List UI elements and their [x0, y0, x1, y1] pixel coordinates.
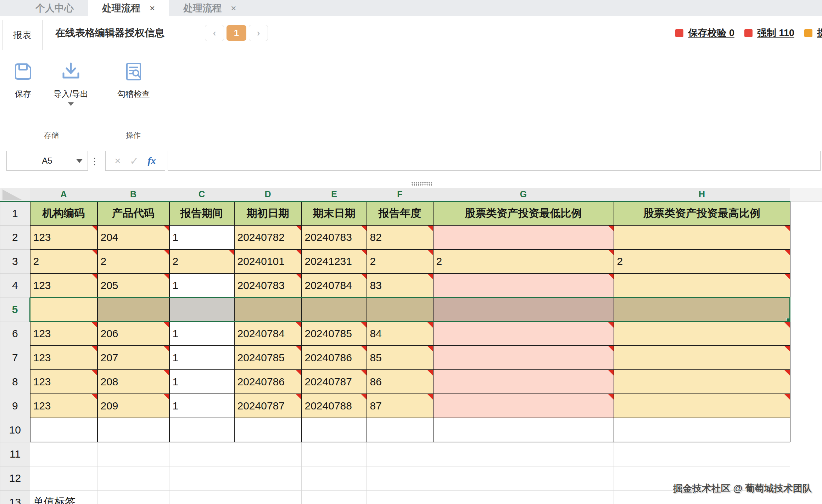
import-export-button[interactable]: 导入/导出 — [48, 60, 94, 106]
cell-C4[interactable]: 1 — [169, 273, 234, 298]
cell-C11[interactable] — [169, 442, 234, 466]
cell-A12[interactable] — [30, 466, 97, 490]
cell-B12[interactable] — [97, 466, 169, 490]
cell-F1[interactable]: 报告年度 — [367, 201, 433, 225]
force-validation-link[interactable]: 强制 110 — [757, 27, 794, 39]
save-validation-link[interactable]: 保存校验 0 — [688, 27, 734, 39]
cell-H4[interactable] — [614, 273, 790, 298]
splitter-grip-icon[interactable] — [411, 182, 432, 186]
tab-personal-center[interactable]: 个人中心 — [21, 0, 88, 16]
cell-D5[interactable] — [234, 298, 302, 322]
cell-G7[interactable] — [433, 346, 614, 370]
cell-C10[interactable] — [169, 418, 234, 442]
cell-F4[interactable]: 83 — [367, 273, 433, 298]
force-validation-badge[interactable]: 强制 110 — [744, 27, 794, 39]
cell-B7[interactable]: 207 — [97, 346, 169, 370]
row-header-10[interactable]: 10 — [0, 418, 30, 442]
cell-G13[interactable] — [433, 490, 614, 504]
cell-F11[interactable] — [367, 442, 433, 466]
cell-H6[interactable] — [614, 322, 790, 346]
cell-F10[interactable] — [367, 418, 433, 442]
cell-G9[interactable] — [433, 394, 614, 418]
cell-F12[interactable] — [367, 466, 433, 490]
cell-C8[interactable]: 1 — [169, 370, 234, 394]
cell-H8[interactable] — [614, 370, 790, 394]
column-header-D[interactable]: D — [234, 188, 302, 201]
cell-G11[interactable] — [433, 442, 614, 466]
cell-E6[interactable]: 20240785 — [302, 322, 367, 346]
cell-H10[interactable] — [614, 418, 790, 442]
cell-A5[interactable] — [30, 298, 97, 322]
cell-A1[interactable]: 机构编码 — [30, 201, 97, 225]
cell-H11[interactable] — [614, 442, 790, 466]
cell-B13[interactable] — [97, 490, 169, 504]
current-page-button[interactable]: 1 — [227, 25, 246, 41]
row-header-2[interactable]: 2 — [0, 225, 30, 249]
row-header-12[interactable]: 12 — [0, 466, 30, 490]
insert-function-icon[interactable]: fx — [147, 155, 156, 166]
cell-G3[interactable]: 2 — [433, 249, 614, 273]
cell-A2[interactable]: 123 — [30, 225, 97, 249]
cell-D10[interactable] — [234, 418, 302, 442]
cell-E13[interactable] — [302, 490, 367, 504]
cell-F8[interactable]: 86 — [367, 370, 433, 394]
column-header-G[interactable]: G — [433, 188, 614, 201]
cell-A4[interactable]: 123 — [30, 273, 97, 298]
cell-E7[interactable]: 20240786 — [302, 346, 367, 370]
save-validation-badge[interactable]: 保存校验 0 — [675, 27, 734, 39]
formula-input[interactable] — [168, 151, 821, 171]
cell-B8[interactable]: 208 — [97, 370, 169, 394]
row-header-1[interactable]: 1 — [0, 201, 30, 225]
cell-F3[interactable]: 2 — [367, 249, 433, 273]
cell-F7[interactable]: 85 — [367, 346, 433, 370]
cell-E3[interactable]: 20241231 — [302, 249, 367, 273]
cell-C1[interactable]: 报告期间 — [169, 201, 234, 225]
column-header-A[interactable]: A — [30, 188, 97, 201]
cell-D13[interactable] — [234, 490, 302, 504]
cell-A9[interactable]: 123 — [30, 394, 97, 418]
row-header-13[interactable]: 13 — [0, 490, 30, 504]
cell-D9[interactable]: 20240787 — [234, 394, 302, 418]
cell-C3[interactable]: 2 — [169, 249, 234, 273]
cell-E9[interactable]: 20240788 — [302, 394, 367, 418]
cell-B2[interactable]: 204 — [97, 225, 169, 249]
cell-A13[interactable]: 单值标签 — [30, 490, 97, 504]
cell-A10[interactable] — [30, 418, 97, 442]
cell-D2[interactable]: 20240782 — [234, 225, 302, 249]
column-header-F[interactable]: F — [367, 188, 433, 201]
cell-G10[interactable] — [433, 418, 614, 442]
reminder-link[interactable]: 提醒 — [817, 27, 822, 39]
cell-C12[interactable] — [169, 466, 234, 490]
cell-D6[interactable]: 20240784 — [234, 322, 302, 346]
cell-D11[interactable] — [234, 442, 302, 466]
cell-A7[interactable]: 123 — [30, 346, 97, 370]
column-header-E[interactable]: E — [302, 188, 367, 201]
cell-D4[interactable]: 20240783 — [234, 273, 302, 298]
cell-G8[interactable] — [433, 370, 614, 394]
cell-B1[interactable]: 产品代码 — [97, 201, 169, 225]
cell-name-box[interactable]: A5 — [6, 151, 88, 171]
audit-check-button[interactable]: 勾稽检查 — [111, 60, 157, 100]
tab-process-flow-active[interactable]: 处理流程 × — [88, 0, 169, 16]
formula-grid-splitter[interactable] — [0, 179, 822, 188]
cell-B10[interactable] — [97, 418, 169, 442]
cell-A8[interactable]: 123 — [30, 370, 97, 394]
cell-B9[interactable]: 209 — [97, 394, 169, 418]
cell-F6[interactable]: 84 — [367, 322, 433, 346]
cell-E11[interactable] — [302, 442, 367, 466]
cell-G4[interactable] — [433, 273, 614, 298]
cell-E12[interactable] — [302, 466, 367, 490]
prev-page-button[interactable]: ‹ — [205, 25, 224, 41]
cell-G1[interactable]: 股票类资产投资最低比例 — [433, 201, 614, 225]
cell-E10[interactable] — [302, 418, 367, 442]
cell-H7[interactable] — [614, 346, 790, 370]
tab-process-flow-2[interactable]: 处理流程 × — [169, 0, 250, 16]
cell-H2[interactable] — [614, 225, 790, 249]
cell-F2[interactable]: 82 — [367, 225, 433, 249]
cell-F13[interactable] — [367, 490, 433, 504]
selection-fill-handle[interactable] — [786, 318, 790, 322]
cell-G6[interactable] — [433, 322, 614, 346]
cell-H9[interactable] — [614, 394, 790, 418]
row-header-7[interactable]: 7 — [0, 346, 30, 370]
cell-B4[interactable]: 205 — [97, 273, 169, 298]
